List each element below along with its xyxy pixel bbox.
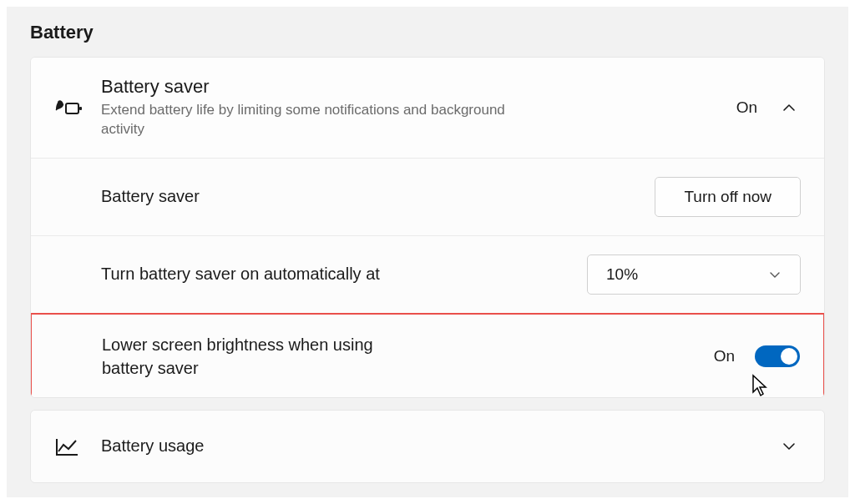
lower-brightness-row: Lower screen brightness when using batte… bbox=[30, 313, 825, 398]
lower-brightness-label: Lower screen brightness when using batte… bbox=[102, 333, 419, 380]
chevron-down-icon[interactable] bbox=[777, 435, 801, 458]
battery-saver-header[interactable]: Battery saver Extend battery life by lim… bbox=[31, 58, 824, 159]
battery-saver-subtitle: Extend battery life by limiting some not… bbox=[101, 101, 552, 139]
chart-line-icon bbox=[54, 435, 101, 458]
battery-saver-auto-value: 10% bbox=[606, 265, 638, 284]
toggle-knob bbox=[781, 348, 797, 365]
section-title: Battery bbox=[30, 22, 825, 43]
battery-saver-row: Battery saver Turn off now bbox=[31, 159, 824, 236]
lower-brightness-status: On bbox=[714, 347, 735, 365]
svg-rect-1 bbox=[79, 107, 82, 110]
battery-saver-auto-row: Turn battery saver on automatically at 1… bbox=[31, 236, 824, 314]
chevron-down-icon bbox=[768, 268, 782, 281]
battery-saver-status: On bbox=[736, 98, 757, 117]
battery-usage-label: Battery usage bbox=[101, 436, 777, 456]
battery-usage-group: Battery usage bbox=[30, 410, 825, 483]
battery-usage-row[interactable]: Battery usage bbox=[31, 411, 824, 482]
battery-saver-label: Battery saver bbox=[101, 187, 655, 206]
leaf-battery-icon bbox=[54, 96, 101, 119]
battery-saver-auto-select[interactable]: 10% bbox=[587, 255, 801, 295]
svg-rect-0 bbox=[66, 103, 78, 113]
chevron-up-icon[interactable] bbox=[777, 96, 801, 119]
lower-brightness-toggle[interactable] bbox=[755, 345, 800, 367]
battery-saver-group: Battery saver Extend battery life by lim… bbox=[30, 57, 825, 398]
battery-saver-title: Battery saver bbox=[101, 76, 736, 98]
mouse-cursor-icon bbox=[751, 374, 770, 397]
battery-saver-auto-label: Turn battery saver on automatically at bbox=[101, 265, 587, 284]
battery-settings-panel: Battery Battery saver Extend battery lif… bbox=[7, 7, 848, 497]
turn-off-now-button[interactable]: Turn off now bbox=[655, 177, 801, 217]
